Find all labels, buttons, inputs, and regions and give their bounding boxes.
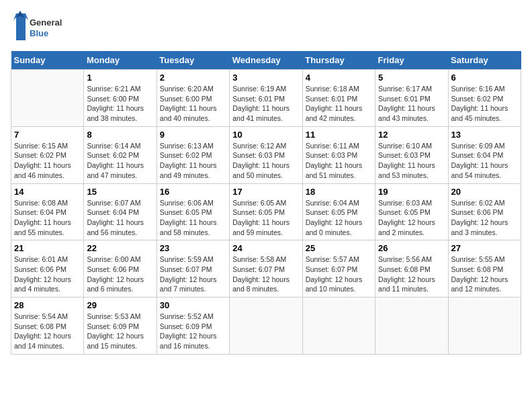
day-cell: 23Sunrise: 5:59 AM Sunset: 6:07 PM Dayli… [157, 240, 229, 298]
day-cell [448, 298, 521, 355]
week-row-1: 1Sunrise: 6:21 AM Sunset: 6:00 PM Daylig… [11, 70, 521, 127]
day-number: 23 [160, 243, 226, 253]
day-info: Sunrise: 6:15 AM Sunset: 6:02 PM Dayligh… [14, 141, 81, 181]
svg-text:General: General [30, 17, 62, 28]
day-cell: 22Sunrise: 6:00 AM Sunset: 6:06 PM Dayli… [84, 240, 157, 298]
day-info: Sunrise: 6:18 AM Sunset: 6:01 PM Dayligh… [306, 84, 372, 124]
day-number: 2 [160, 73, 226, 83]
svg-marker-2 [13, 13, 28, 40]
day-info: Sunrise: 6:10 AM Sunset: 6:03 PM Dayligh… [378, 141, 445, 181]
day-cell: 19Sunrise: 6:03 AM Sunset: 6:05 PM Dayli… [375, 183, 448, 240]
day-info: Sunrise: 5:54 AM Sunset: 6:08 PM Dayligh… [14, 312, 81, 351]
day-cell: 30Sunrise: 5:52 AM Sunset: 6:09 PM Dayli… [157, 298, 229, 355]
day-number: 22 [87, 243, 153, 253]
day-number: 24 [232, 243, 299, 253]
col-header-friday: Friday [375, 51, 448, 70]
day-info: Sunrise: 5:58 AM Sunset: 6:07 PM Dayligh… [232, 255, 299, 294]
week-row-4: 21Sunrise: 6:01 AM Sunset: 6:06 PM Dayli… [11, 240, 521, 298]
week-row-2: 7Sunrise: 6:15 AM Sunset: 6:02 PM Daylig… [11, 126, 521, 183]
logo: General Blue [11, 11, 64, 43]
day-number: 17 [232, 187, 299, 197]
day-info: Sunrise: 6:07 AM Sunset: 6:04 PM Dayligh… [87, 198, 153, 238]
day-number: 4 [306, 73, 372, 83]
column-headers: SundayMondayTuesdayWednesdayThursdayFrid… [11, 51, 521, 70]
day-info: Sunrise: 6:19 AM Sunset: 6:01 PM Dayligh… [232, 84, 299, 124]
col-header-monday: Monday [84, 51, 157, 70]
header: General Blue [11, 11, 521, 43]
day-cell: 6Sunrise: 6:16 AM Sunset: 6:02 PM Daylig… [448, 70, 521, 127]
day-cell: 28Sunrise: 5:54 AM Sunset: 6:08 PM Dayli… [11, 298, 84, 355]
day-cell: 7Sunrise: 6:15 AM Sunset: 6:02 PM Daylig… [11, 126, 84, 183]
col-header-thursday: Thursday [302, 51, 375, 70]
day-number: 12 [378, 130, 445, 140]
day-number: 27 [451, 243, 518, 253]
day-number: 7 [14, 130, 81, 140]
day-number: 19 [378, 187, 445, 197]
day-info: Sunrise: 6:20 AM Sunset: 6:00 PM Dayligh… [160, 84, 226, 124]
day-cell: 5Sunrise: 6:17 AM Sunset: 6:01 PM Daylig… [375, 70, 448, 127]
day-cell: 11Sunrise: 6:11 AM Sunset: 6:03 PM Dayli… [302, 126, 375, 183]
day-cell: 26Sunrise: 5:56 AM Sunset: 6:08 PM Dayli… [375, 240, 448, 298]
day-number: 11 [306, 130, 372, 140]
day-info: Sunrise: 6:01 AM Sunset: 6:06 PM Dayligh… [14, 255, 81, 294]
day-number: 10 [232, 130, 299, 140]
day-info: Sunrise: 6:11 AM Sunset: 6:03 PM Dayligh… [306, 141, 372, 181]
day-number: 29 [87, 300, 153, 310]
day-number: 6 [451, 73, 518, 83]
day-info: Sunrise: 6:21 AM Sunset: 6:00 PM Dayligh… [87, 84, 153, 124]
calendar-body: 1Sunrise: 6:21 AM Sunset: 6:00 PM Daylig… [11, 70, 521, 355]
day-cell: 24Sunrise: 5:58 AM Sunset: 6:07 PM Dayli… [230, 240, 302, 298]
day-info: Sunrise: 5:57 AM Sunset: 6:07 PM Dayligh… [306, 255, 372, 294]
day-number: 21 [14, 243, 81, 253]
day-info: Sunrise: 5:59 AM Sunset: 6:07 PM Dayligh… [160, 255, 226, 294]
day-number: 15 [87, 187, 153, 197]
day-info: Sunrise: 6:00 AM Sunset: 6:06 PM Dayligh… [87, 255, 153, 294]
col-header-saturday: Saturday [448, 51, 521, 70]
calendar-table: SundayMondayTuesdayWednesdayThursdayFrid… [11, 51, 521, 355]
day-cell: 1Sunrise: 6:21 AM Sunset: 6:00 PM Daylig… [84, 70, 157, 127]
day-cell: 2Sunrise: 6:20 AM Sunset: 6:00 PM Daylig… [157, 70, 229, 127]
day-cell: 4Sunrise: 6:18 AM Sunset: 6:01 PM Daylig… [302, 70, 375, 127]
week-row-3: 14Sunrise: 6:08 AM Sunset: 6:04 PM Dayli… [11, 183, 521, 240]
day-cell: 3Sunrise: 6:19 AM Sunset: 6:01 PM Daylig… [230, 70, 302, 127]
day-number: 9 [160, 130, 226, 140]
day-cell: 18Sunrise: 6:04 AM Sunset: 6:05 PM Dayli… [302, 183, 375, 240]
logo-svg: General Blue [11, 11, 64, 43]
day-cell: 20Sunrise: 6:02 AM Sunset: 6:06 PM Dayli… [448, 183, 521, 240]
day-number: 1 [87, 73, 153, 83]
day-cell: 15Sunrise: 6:07 AM Sunset: 6:04 PM Dayli… [84, 183, 157, 240]
day-info: Sunrise: 5:52 AM Sunset: 6:09 PM Dayligh… [160, 312, 226, 351]
day-number: 3 [232, 73, 299, 83]
day-number: 20 [451, 187, 518, 197]
day-cell: 8Sunrise: 6:14 AM Sunset: 6:02 PM Daylig… [84, 126, 157, 183]
day-number: 14 [14, 187, 81, 197]
day-info: Sunrise: 6:14 AM Sunset: 6:02 PM Dayligh… [87, 141, 153, 181]
day-info: Sunrise: 6:05 AM Sunset: 6:05 PM Dayligh… [232, 198, 299, 238]
day-info: Sunrise: 6:12 AM Sunset: 6:03 PM Dayligh… [232, 141, 299, 181]
col-header-tuesday: Tuesday [157, 51, 229, 70]
day-cell: 17Sunrise: 6:05 AM Sunset: 6:05 PM Dayli… [230, 183, 302, 240]
day-number: 16 [160, 187, 226, 197]
day-info: Sunrise: 6:04 AM Sunset: 6:05 PM Dayligh… [306, 198, 372, 238]
day-info: Sunrise: 6:09 AM Sunset: 6:04 PM Dayligh… [451, 141, 518, 181]
day-cell: 9Sunrise: 6:13 AM Sunset: 6:02 PM Daylig… [157, 126, 229, 183]
day-info: Sunrise: 6:08 AM Sunset: 6:04 PM Dayligh… [14, 198, 81, 238]
day-info: Sunrise: 6:16 AM Sunset: 6:02 PM Dayligh… [451, 84, 518, 124]
col-header-sunday: Sunday [11, 51, 84, 70]
day-number: 8 [87, 130, 153, 140]
day-cell [11, 70, 84, 127]
day-number: 30 [160, 300, 226, 310]
day-cell: 14Sunrise: 6:08 AM Sunset: 6:04 PM Dayli… [11, 183, 84, 240]
day-info: Sunrise: 5:56 AM Sunset: 6:08 PM Dayligh… [378, 255, 445, 294]
day-cell: 29Sunrise: 5:53 AM Sunset: 6:09 PM Dayli… [84, 298, 157, 355]
day-number: 13 [451, 130, 518, 140]
day-info: Sunrise: 5:53 AM Sunset: 6:09 PM Dayligh… [87, 312, 153, 351]
day-cell: 25Sunrise: 5:57 AM Sunset: 6:07 PM Dayli… [302, 240, 375, 298]
col-header-wednesday: Wednesday [230, 51, 302, 70]
day-info: Sunrise: 6:03 AM Sunset: 6:05 PM Dayligh… [378, 198, 445, 238]
day-cell [230, 298, 302, 355]
day-cell [375, 298, 448, 355]
day-number: 18 [306, 187, 372, 197]
day-info: Sunrise: 6:06 AM Sunset: 6:05 PM Dayligh… [160, 198, 226, 238]
day-cell: 21Sunrise: 6:01 AM Sunset: 6:06 PM Dayli… [11, 240, 84, 298]
